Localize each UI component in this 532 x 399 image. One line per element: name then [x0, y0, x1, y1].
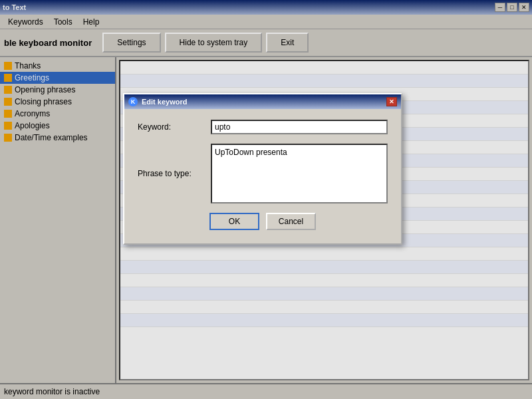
- keyword-label: Keyword:: [138, 122, 211, 132]
- keyword-input[interactable]: [211, 120, 388, 134]
- cancel-button[interactable]: Cancel: [266, 213, 316, 230]
- phrase-textarea[interactable]: [211, 144, 388, 203]
- dialog-close-button[interactable]: ✕: [386, 97, 397, 106]
- dialog-body: Keyword: Phrase to type: OK Cancel: [124, 109, 401, 243]
- phrase-field-row: Phrase to type:: [138, 144, 388, 203]
- modal-overlay: K Edit keyword ✕ Keyword: Phrase to type…: [0, 0, 532, 399]
- dialog-title-text: K Edit keyword: [128, 97, 187, 106]
- dialog-buttons: OK Cancel: [138, 213, 388, 233]
- keyword-field-row: Keyword:: [138, 120, 388, 134]
- dialog-title-bar: K Edit keyword ✕: [124, 94, 401, 109]
- edit-keyword-dialog: K Edit keyword ✕ Keyword: Phrase to type…: [123, 93, 402, 245]
- phrase-label: Phrase to type:: [138, 169, 211, 178]
- dialog-title-label: Edit keyword: [142, 98, 187, 106]
- dialog-app-icon: K: [128, 97, 138, 106]
- ok-button[interactable]: OK: [209, 213, 259, 230]
